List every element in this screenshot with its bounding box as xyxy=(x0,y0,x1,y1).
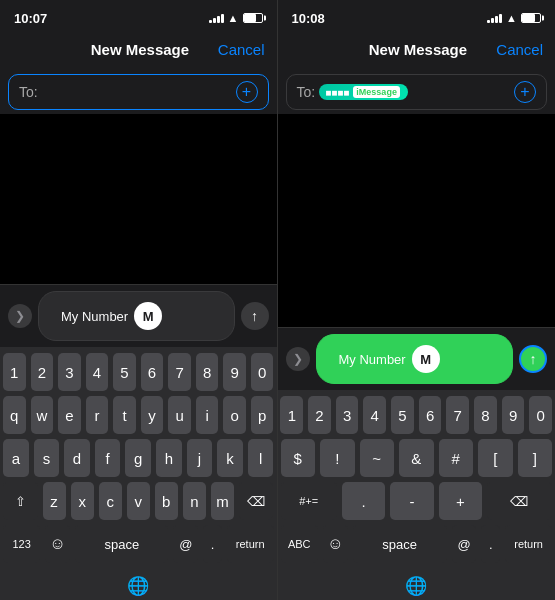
right-my-number-chip: My Number M xyxy=(329,341,450,377)
key-7[interactable]: 7 xyxy=(168,353,191,391)
left-compose-input[interactable]: My Number M xyxy=(38,291,235,341)
left-nav-title: New Message xyxy=(62,41,218,58)
key-return[interactable]: return xyxy=(227,525,274,563)
right-message-area xyxy=(278,114,556,327)
key-plus[interactable]: + xyxy=(439,482,482,520)
key-r9[interactable]: 9 xyxy=(502,396,525,434)
key-123[interactable]: 123 xyxy=(3,525,40,563)
key-l[interactable]: l xyxy=(248,439,274,477)
key-r1[interactable]: 1 xyxy=(280,396,303,434)
key-hash[interactable]: # xyxy=(439,439,474,477)
left-signal-icon xyxy=(209,13,224,23)
left-panel: 10:07 ▲ New Message Cancel To: + xyxy=(0,0,278,600)
key-d[interactable]: d xyxy=(64,439,90,477)
right-row4: ABC ☺ space @ . return xyxy=(281,525,553,563)
key-b[interactable]: b xyxy=(155,482,178,520)
key-8[interactable]: 8 xyxy=(196,353,219,391)
key-k[interactable]: k xyxy=(217,439,243,477)
key-m[interactable]: m xyxy=(211,482,234,520)
key-shift[interactable]: ⇧ xyxy=(3,482,38,520)
key-period2[interactable]: . xyxy=(481,525,500,563)
key-9[interactable]: 9 xyxy=(223,353,246,391)
key-s[interactable]: s xyxy=(34,439,60,477)
right-apps-button[interactable]: ❯ xyxy=(286,347,310,371)
left-add-recipient-button[interactable]: + xyxy=(236,81,258,103)
left-message-area xyxy=(0,114,277,284)
key-dot2[interactable]: . xyxy=(342,482,385,520)
key-z[interactable]: z xyxy=(43,482,66,520)
key-g[interactable]: g xyxy=(125,439,151,477)
key-i[interactable]: i xyxy=(196,396,219,434)
right-battery-icon xyxy=(521,13,541,23)
key-period[interactable]: . xyxy=(203,525,222,563)
left-my-number-label: My Number xyxy=(61,309,128,324)
key-p[interactable]: p xyxy=(251,396,274,434)
key-0[interactable]: 0 xyxy=(251,353,274,391)
key-delete2[interactable]: ⌫ xyxy=(487,482,552,520)
left-to-input[interactable] xyxy=(42,84,236,100)
right-add-recipient-button[interactable]: + xyxy=(514,81,536,103)
key-dash[interactable]: - xyxy=(390,482,433,520)
key-r3[interactable]: 3 xyxy=(336,396,359,434)
key-delete[interactable]: ⌫ xyxy=(239,482,274,520)
key-1[interactable]: 1 xyxy=(3,353,26,391)
key-r4[interactable]: 4 xyxy=(363,396,386,434)
key-tilde[interactable]: ~ xyxy=(360,439,395,477)
right-panel: 10:08 ▲ New Message Cancel To: ■■■■ iMes… xyxy=(278,0,556,600)
key-2[interactable]: 2 xyxy=(31,353,54,391)
key-w[interactable]: w xyxy=(31,396,54,434)
left-time: 10:07 xyxy=(14,11,47,26)
key-return2[interactable]: return xyxy=(505,525,552,563)
key-4[interactable]: 4 xyxy=(86,353,109,391)
key-a[interactable]: a xyxy=(3,439,29,477)
key-r5[interactable]: 5 xyxy=(391,396,414,434)
key-u[interactable]: u xyxy=(168,396,191,434)
right-compose-input[interactable]: My Number M xyxy=(316,334,514,384)
key-amp[interactable]: & xyxy=(399,439,434,477)
right-my-number-avatar: M xyxy=(412,345,440,373)
left-globe-icon[interactable]: 🌐 xyxy=(127,575,149,597)
key-dollar[interactable]: $ xyxy=(281,439,316,477)
key-exclaim[interactable]: ! xyxy=(320,439,355,477)
key-r0[interactable]: 0 xyxy=(529,396,552,434)
key-j[interactable]: j xyxy=(187,439,213,477)
key-e[interactable]: e xyxy=(58,396,81,434)
right-globe-icon[interactable]: 🌐 xyxy=(405,575,427,597)
left-wifi-icon: ▲ xyxy=(228,12,239,24)
left-apps-button[interactable]: ❯ xyxy=(8,304,32,328)
key-h[interactable]: h xyxy=(156,439,182,477)
key-r2[interactable]: 2 xyxy=(308,396,331,434)
key-r6[interactable]: 6 xyxy=(419,396,442,434)
right-cancel-button[interactable]: Cancel xyxy=(496,41,543,58)
left-send-button[interactable]: ↑ xyxy=(241,302,269,330)
key-at2[interactable]: @ xyxy=(452,525,477,563)
key-hasheq[interactable]: #+= xyxy=(281,482,337,520)
key-abc[interactable]: ABC xyxy=(281,525,318,563)
key-at[interactable]: @ xyxy=(173,525,198,563)
key-3[interactable]: 3 xyxy=(58,353,81,391)
key-q[interactable]: q xyxy=(3,396,26,434)
key-r7[interactable]: 7 xyxy=(446,396,469,434)
key-r[interactable]: r xyxy=(86,396,109,434)
key-6[interactable]: 6 xyxy=(141,353,164,391)
key-r8[interactable]: 8 xyxy=(474,396,497,434)
key-space2[interactable]: space xyxy=(353,525,447,563)
left-cancel-button[interactable]: Cancel xyxy=(218,41,265,58)
key-space[interactable]: space xyxy=(75,525,168,563)
key-rbracket[interactable]: ] xyxy=(518,439,553,477)
key-lbracket[interactable]: [ xyxy=(478,439,513,477)
key-v[interactable]: v xyxy=(127,482,150,520)
key-emoji[interactable]: ☺ xyxy=(45,525,70,563)
key-y[interactable]: y xyxy=(141,396,164,434)
key-emoji2[interactable]: ☺ xyxy=(323,525,348,563)
left-row3: ⇧ z x c v b n m ⌫ xyxy=(3,482,274,520)
key-o[interactable]: o xyxy=(223,396,246,434)
right-recipient-chip[interactable]: ■■■■ iMessage xyxy=(319,84,408,100)
key-n[interactable]: n xyxy=(183,482,206,520)
key-f[interactable]: f xyxy=(95,439,121,477)
key-5[interactable]: 5 xyxy=(113,353,136,391)
key-x[interactable]: x xyxy=(71,482,94,520)
key-t[interactable]: t xyxy=(113,396,136,434)
right-send-button[interactable]: ↑ xyxy=(519,345,547,373)
key-c[interactable]: c xyxy=(99,482,122,520)
